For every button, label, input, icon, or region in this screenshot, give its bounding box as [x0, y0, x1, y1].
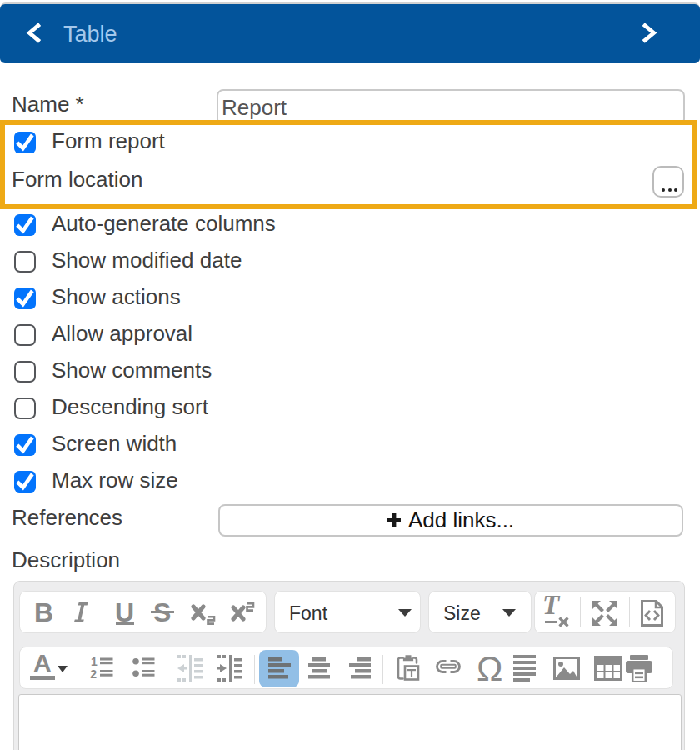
- svg-text:2: 2: [90, 668, 97, 681]
